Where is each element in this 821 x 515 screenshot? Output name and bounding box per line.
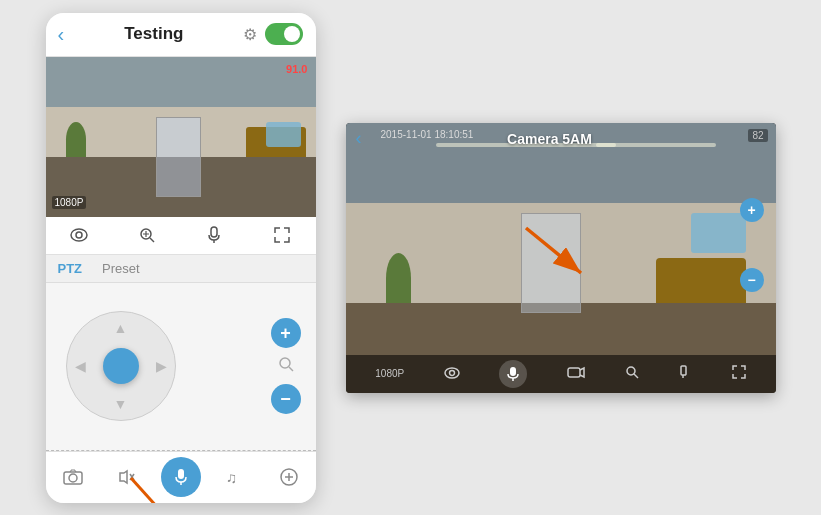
phone-header: ‹ Testing ⚙ (46, 13, 316, 57)
resolution-badge: 1080P (52, 196, 87, 209)
big-map (691, 213, 746, 253)
svg-point-24 (445, 368, 459, 378)
big-arrow-annotation (506, 208, 606, 298)
direction-right-icon: ▶ (156, 358, 167, 374)
svg-point-10 (280, 358, 290, 368)
big-furniture (656, 258, 746, 303)
ptz-control-area: ▲ ▼ ◀ ▶ + − (46, 283, 316, 450)
svg-text:♫: ♫ (226, 469, 237, 486)
preset-tab[interactable]: Preset (102, 261, 140, 276)
audio-button[interactable]: ♫ (215, 457, 255, 497)
big-cam-title: Camera 5AM (507, 131, 592, 147)
page-title: Testing (124, 24, 183, 44)
zoom-out-button[interactable]: − (271, 384, 301, 414)
direction-up-icon: ▲ (114, 320, 128, 336)
zoom-search-icon (278, 356, 294, 376)
zoom-control-icon[interactable] (131, 219, 163, 251)
back-button[interactable]: ‹ (58, 23, 65, 46)
separator (46, 450, 316, 451)
svg-point-1 (76, 232, 82, 238)
svg-rect-31 (681, 366, 686, 375)
big-back-button[interactable]: ‹ (356, 128, 362, 149)
joystick-outer[interactable]: ▲ ▼ ◀ ▶ (66, 311, 176, 421)
svg-line-3 (150, 238, 154, 242)
svg-rect-28 (568, 368, 580, 377)
big-cam-header: ‹ 2015-11-01 18:10:51 Camera 5AM (346, 123, 776, 155)
big-expand-icon[interactable] (732, 365, 746, 382)
svg-rect-6 (211, 227, 217, 237)
header-icons: ⚙ (243, 23, 303, 45)
big-ptz-icon[interactable] (678, 365, 692, 382)
big-zoom-icon[interactable] (625, 365, 639, 382)
big-plant (386, 253, 411, 303)
eye-control-icon[interactable] (63, 219, 95, 251)
big-eye-icon[interactable] (444, 366, 460, 382)
big-cam-controls: 1080P (346, 355, 776, 393)
svg-line-30 (634, 374, 638, 378)
add-button[interactable] (269, 457, 309, 497)
svg-line-23 (526, 228, 581, 273)
ptz-tabs: PTZ Preset (46, 255, 316, 283)
ptz-tab[interactable]: PTZ (58, 261, 83, 276)
svg-rect-26 (510, 367, 516, 376)
big-video-icon[interactable] (567, 366, 585, 382)
big-resolution-badge: 1080P (375, 368, 404, 379)
big-mic-icon[interactable] (499, 360, 527, 388)
camera-feed: 91.0 1080P (46, 57, 316, 217)
svg-point-13 (69, 474, 77, 482)
svg-line-11 (289, 367, 293, 371)
phone-ui: ‹ Testing ⚙ 91.0 1080P (46, 13, 316, 503)
bottom-toolbar: ♫ (46, 451, 316, 503)
settings-icon[interactable]: ⚙ (243, 25, 257, 44)
expand-control-icon[interactable] (266, 219, 298, 251)
camera-controls-bar (46, 217, 316, 255)
big-zoom-minus[interactable]: − (740, 268, 764, 292)
svg-point-0 (71, 229, 87, 241)
big-zoom-plus[interactable]: + (740, 198, 764, 222)
zoom-in-button[interactable]: + (271, 318, 301, 348)
snapshot-button[interactable] (53, 457, 93, 497)
svg-point-25 (449, 370, 454, 375)
toggle-switch[interactable] (265, 23, 303, 45)
joystick-container: ▲ ▼ ◀ ▶ (61, 306, 181, 426)
joystick-button[interactable] (103, 348, 139, 384)
direction-down-icon: ▼ (114, 396, 128, 412)
svg-point-29 (627, 367, 635, 375)
camera-view: + − ‹ 2015-11-01 18:10:51 Camera 5AM 82 … (346, 123, 776, 393)
zoom-controls: + − (271, 318, 301, 414)
mute-button[interactable] (107, 457, 147, 497)
mic-button[interactable] (161, 457, 201, 497)
timestamp-badge: 91.0 (286, 63, 307, 75)
svg-rect-16 (178, 469, 184, 479)
mic-control-icon[interactable] (198, 219, 230, 251)
direction-left-icon: ◀ (75, 358, 86, 374)
big-timestamp: 2015-11-01 18:10:51 (381, 129, 474, 140)
